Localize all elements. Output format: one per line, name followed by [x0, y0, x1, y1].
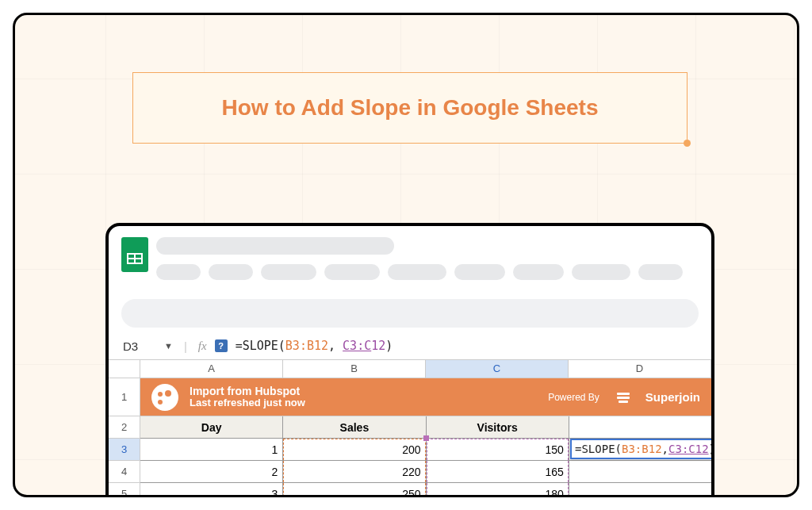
svg-rect-0	[617, 393, 630, 395]
banner-subtitle: Last refreshed just now	[190, 397, 305, 409]
data-row-4: 2 220 165	[140, 461, 711, 483]
cell-b3[interactable]: 200	[283, 439, 426, 460]
sheets-window: D3 ▼ | fx ? =SLOPE(B3:B12, C3:C12) A B C…	[105, 223, 714, 497]
header-sales[interactable]: Sales	[283, 416, 426, 438]
cell-d5[interactable]	[569, 483, 711, 497]
formula-bar[interactable]: D3 ▼ | fx ? =SLOPE(B3:B12, C3:C12)	[109, 328, 711, 359]
header-day[interactable]: Day	[140, 416, 283, 438]
column-header-d[interactable]: D	[569, 360, 711, 378]
row-header-1[interactable]: 1	[109, 378, 140, 416]
header-placeholder	[156, 237, 699, 280]
formula-input[interactable]: =SLOPE(B3:B12, C3:C12)	[236, 339, 393, 353]
cell-d4[interactable]	[569, 461, 711, 482]
sheets-header	[109, 226, 711, 291]
select-all-cell[interactable]	[109, 360, 140, 378]
powered-by-label: Powered By	[548, 392, 599, 403]
row-header-5[interactable]: 5	[109, 483, 140, 497]
row-header-3[interactable]: 3	[109, 439, 140, 461]
title-box: How to Add Slope in Google Sheets	[132, 72, 688, 144]
column-header-a[interactable]: A	[140, 360, 283, 378]
row-headers: 1 2 3 4 5	[109, 378, 140, 497]
google-sheets-icon	[121, 237, 148, 272]
banner-title: Import from Hubspot	[190, 385, 305, 397]
svg-rect-2	[619, 401, 628, 403]
active-cell-editor[interactable]: =SLOPE(B3:B12, C3:C12)	[570, 439, 714, 459]
column-headers: A B C D	[109, 359, 711, 378]
data-row-3: 1 200 150 =SLOPE(B3:B12, C3:C12)	[140, 439, 711, 461]
superjoin-brand: Superjoin	[645, 390, 700, 404]
data-row-5: 3 250 180	[140, 483, 711, 497]
data-grid: 1 2 3 4 5 Import from Hubspot Last refre…	[109, 378, 711, 497]
cell-b5[interactable]: 250	[283, 483, 426, 497]
formula-help-icon[interactable]: ?	[215, 339, 228, 352]
cell-d2[interactable]	[569, 416, 711, 438]
active-cell-ref[interactable]: D3	[123, 339, 156, 353]
cell-a3[interactable]: 1	[140, 439, 283, 460]
import-banner: Import from Hubspot Last refreshed just …	[140, 378, 711, 416]
cell-a4[interactable]: 2	[140, 461, 283, 482]
cell-b4[interactable]: 220	[283, 461, 426, 482]
divider: |	[184, 339, 187, 353]
cells-area: Import from Hubspot Last refreshed just …	[140, 378, 711, 497]
column-header-b[interactable]: B	[283, 360, 426, 378]
cell-c4[interactable]: 165	[427, 461, 569, 482]
cell-a5[interactable]: 3	[140, 483, 283, 497]
name-box-dropdown-icon[interactable]: ▼	[164, 341, 173, 351]
toolbar-placeholder	[121, 299, 699, 328]
superjoin-icon	[615, 389, 631, 405]
cell-c3[interactable]: 150	[427, 439, 569, 460]
row-header-4[interactable]: 4	[109, 461, 140, 483]
row-header-2[interactable]: 2	[109, 416, 140, 439]
page-title: How to Add Slope in Google Sheets	[222, 95, 599, 121]
selection-handle	[684, 140, 691, 147]
fx-icon: fx	[198, 339, 207, 353]
hubspot-icon	[151, 384, 178, 411]
header-visitors[interactable]: Visitors	[427, 416, 569, 438]
column-header-c[interactable]: C	[426, 360, 569, 378]
tutorial-frame: How to Add Slope in Google Sheets	[13, 13, 799, 497]
cell-c5[interactable]: 180	[427, 483, 569, 497]
svg-rect-1	[617, 397, 630, 399]
